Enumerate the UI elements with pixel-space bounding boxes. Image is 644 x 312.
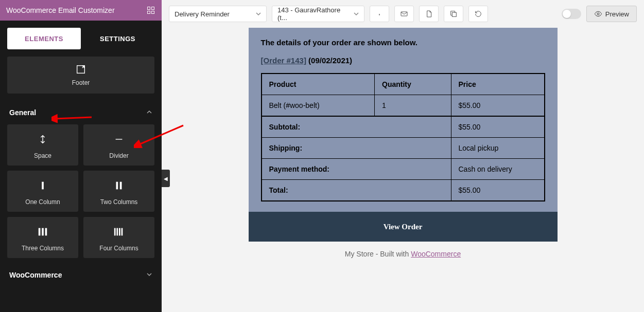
sidebar-collapse-handle[interactable]: ◀ [162, 170, 170, 187]
svg-rect-9 [119, 228, 120, 236]
table-row: Belt (#woo-belt) 1 $55.00 [262, 95, 545, 117]
annotation-arrow-general [51, 109, 93, 125]
two-columns-icon [113, 180, 125, 191]
four-columns-icon [113, 226, 125, 237]
widget-four-columns[interactable]: Four Columns [83, 217, 154, 258]
divider-icon [113, 134, 125, 145]
total-label: Total: [262, 180, 451, 201]
send-mail-button[interactable] [394, 6, 414, 22]
dark-mode-toggle[interactable] [562, 9, 581, 19]
widget-one-column[interactable]: One Column [7, 171, 78, 212]
widget-two-columns-label: Two Columns [100, 198, 138, 206]
payment-label: Payment method: [262, 159, 451, 180]
space-icon [37, 134, 48, 145]
widget-footer[interactable]: Footer [7, 57, 154, 94]
order-select[interactable]: 143 - GauravRathore (t... [272, 6, 364, 22]
one-column-icon [37, 180, 48, 191]
order-header-line: [Order #143] (09/02/2021) [261, 56, 545, 65]
svg-rect-7 [114, 228, 116, 236]
chevron-up-icon [146, 108, 152, 117]
svg-line-14 [55, 117, 92, 119]
subtotal-value: $55.00 [451, 116, 545, 138]
template-select[interactable]: Delivery Reminder [169, 6, 267, 22]
svg-point-13 [597, 13, 599, 15]
total-row: Total: $55.00 [262, 180, 545, 201]
info-button[interactable] [370, 6, 389, 22]
payment-value: Cash on delivery [451, 159, 545, 180]
payment-row: Payment method: Cash on delivery [262, 159, 545, 180]
email-body: The details of your order are shown belo… [249, 28, 558, 212]
subtotal-row: Subtotal: $55.00 [262, 116, 545, 138]
eye-icon [594, 10, 602, 18]
cell-product: Belt (#woo-belt) [262, 95, 375, 117]
sidebar: WooCommerce Email Customizer ELEMENTS SE… [0, 0, 162, 312]
svg-rect-3 [120, 182, 122, 190]
widget-two-columns[interactable]: Two Columns [83, 171, 154, 212]
app-title: WooCommerce Email Customizer [6, 6, 115, 14]
svg-rect-11 [401, 12, 407, 16]
copy-button[interactable] [444, 6, 463, 22]
subtotal-label: Subtotal: [262, 116, 451, 138]
preview-button[interactable]: Preview [586, 6, 637, 22]
reset-button[interactable] [468, 6, 488, 22]
th-quantity: Quantity [375, 74, 451, 95]
dashboard-icon[interactable] [147, 7, 155, 14]
main-area: Delivery Reminder 143 - GauravRathore (t… [162, 0, 644, 312]
widget-divider-label: Divider [109, 152, 128, 159]
shipping-label: Shipping: [262, 138, 451, 159]
svg-rect-1 [42, 182, 44, 190]
widget-space-label: Space [34, 152, 51, 159]
sidebar-header: WooCommerce Email Customizer [0, 0, 162, 21]
email-preview: The details of your order are shown belo… [249, 28, 558, 312]
widget-space[interactable]: Space [7, 124, 78, 166]
th-product: Product [262, 74, 375, 95]
table-header-row: Product Quantity Price [262, 74, 545, 95]
svg-rect-10 [121, 228, 123, 236]
footer-prefix: My Store - Built with [345, 250, 411, 258]
cell-qty: 1 [375, 95, 451, 117]
shipping-value: Local pickup [451, 138, 545, 159]
svg-rect-6 [45, 228, 47, 236]
tabs: ELEMENTS SETTINGS [0, 21, 162, 49]
widget-one-column-label: One Column [25, 198, 60, 206]
three-columns-icon [37, 226, 48, 237]
svg-rect-2 [116, 182, 118, 190]
svg-line-15 [138, 125, 183, 145]
elements-panel: Footer General Space Divider One Column … [0, 49, 162, 312]
order-intro: The details of your order are shown belo… [261, 38, 545, 47]
template-select-value: Delivery Reminder [175, 10, 251, 18]
svg-rect-12 [452, 12, 456, 16]
widget-four-columns-label: Four Columns [99, 245, 138, 252]
widget-three-columns-label: Three Columns [22, 245, 64, 252]
total-value: $55.00 [451, 180, 545, 201]
section-woocommerce-title: WooCommerce [9, 271, 62, 279]
tab-elements[interactable]: ELEMENTS [7, 28, 81, 49]
tab-settings[interactable]: SETTINGS [81, 28, 154, 49]
footer-link[interactable]: WooCommerce [411, 250, 461, 258]
order-date: (09/02/2021) [308, 56, 352, 65]
th-price: Price [451, 74, 545, 95]
cell-price: $55.00 [451, 95, 545, 117]
document-button[interactable] [419, 6, 439, 22]
view-order-button[interactable]: View Order [249, 212, 558, 242]
svg-rect-5 [42, 228, 44, 236]
section-woocommerce-header[interactable]: WooCommerce [7, 263, 154, 287]
preview-button-label: Preview [605, 10, 629, 18]
section-general-title: General [9, 108, 36, 117]
annotation-arrow-divider [134, 123, 185, 149]
svg-rect-8 [116, 228, 118, 236]
email-footer: My Store - Built with WooCommerce [249, 242, 558, 266]
order-select-value: 143 - GauravRathore (t... [277, 6, 349, 22]
topbar: Delivery Reminder 143 - GauravRathore (t… [162, 0, 644, 28]
order-link[interactable]: [Order #143] [261, 56, 306, 65]
email-canvas: The details of your order are shown belo… [162, 28, 644, 312]
widget-three-columns[interactable]: Three Columns [7, 217, 78, 258]
widget-footer-label: Footer [72, 79, 90, 86]
chevron-down-icon [146, 270, 152, 280]
shipping-row: Shipping: Local pickup [262, 138, 545, 159]
general-widgets: Space Divider One Column Two Columns Thr… [7, 124, 154, 258]
order-table: Product Quantity Price Belt (#woo-belt) … [261, 73, 545, 201]
svg-rect-4 [39, 228, 41, 236]
